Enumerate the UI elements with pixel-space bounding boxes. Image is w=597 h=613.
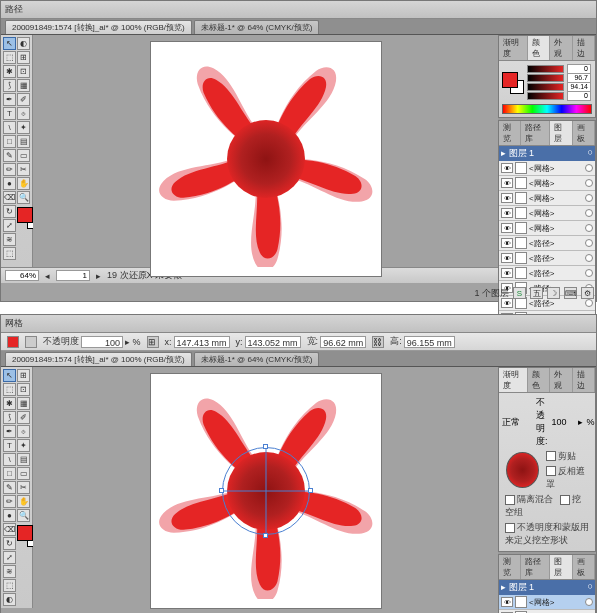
rectangle-tool[interactable]: □ xyxy=(3,135,16,148)
line-tool[interactable]: \ xyxy=(3,453,16,466)
fill-swatch[interactable] xyxy=(17,525,33,541)
y-slider[interactable]: 94.14 xyxy=(527,83,564,91)
target-icon[interactable] xyxy=(585,598,593,606)
blob-tool[interactable]: ● xyxy=(3,177,16,190)
panel-tab-layers[interactable]: 图层 xyxy=(550,555,572,579)
panel-tab-artboards[interactable]: 画板 xyxy=(573,555,595,579)
perspective-tool[interactable]: ⊞ xyxy=(17,369,30,382)
panel-tab-nav[interactable]: 测览 xyxy=(499,121,521,145)
eyedropper-tool[interactable]: ✐ xyxy=(17,93,30,106)
visibility-icon[interactable]: 👁 xyxy=(501,268,513,278)
visibility-icon[interactable]: 👁 xyxy=(501,163,513,173)
target-icon[interactable] xyxy=(585,194,593,202)
doc-tab-1[interactable]: 200091849:1574 [转换]_ai* @ 100% (RGB/预览) xyxy=(5,20,192,34)
ime-gear-icon[interactable]: ⚙ xyxy=(581,287,594,299)
blend-mode-select[interactable]: 正常 xyxy=(502,416,532,429)
panel-tab-artboards[interactable]: 画板 xyxy=(573,121,595,145)
slice-tool[interactable]: ✂ xyxy=(17,481,30,494)
w-value[interactable]: 96.62 mm xyxy=(320,336,366,348)
selection-tool[interactable]: ↖ xyxy=(3,37,16,50)
panel-tab-color[interactable]: 颜色 xyxy=(528,368,550,392)
invert-checkbox[interactable] xyxy=(546,466,556,476)
rectangle-tool[interactable]: □ xyxy=(3,467,16,480)
target-icon[interactable] xyxy=(585,164,593,172)
ime-five-icon[interactable]: 五 xyxy=(530,287,543,299)
gradient-tool[interactable]: ▦ xyxy=(17,397,30,410)
pencil-tool[interactable]: ✏ xyxy=(3,163,16,176)
brush-tool[interactable]: ✎ xyxy=(3,481,16,494)
target-icon[interactable] xyxy=(585,239,593,247)
hand-tool[interactable]: ✋ xyxy=(17,495,30,508)
opacity-value[interactable]: 100 xyxy=(81,336,123,348)
layer-row[interactable]: 👁<路径> xyxy=(499,251,595,266)
artboard-tool[interactable]: ▭ xyxy=(17,467,30,480)
clip-checkbox[interactable] xyxy=(546,451,556,461)
pencil-tool[interactable]: ✏ xyxy=(3,495,16,508)
mesh-tool[interactable]: ⊡ xyxy=(17,65,30,78)
direct-select-tool[interactable]: ⬚ xyxy=(3,51,16,64)
type-tool[interactable]: T xyxy=(3,439,16,452)
target-icon[interactable] xyxy=(585,224,593,232)
scale-tool[interactable]: ⤢ xyxy=(3,551,16,564)
visibility-icon[interactable]: 👁 xyxy=(501,178,513,188)
selection-handle[interactable] xyxy=(308,488,313,493)
rotate-tool[interactable]: ↻ xyxy=(3,205,16,218)
selection-handle[interactable] xyxy=(263,444,268,449)
layer-header[interactable]: ▸ 图层 1○ xyxy=(499,580,595,595)
h-value[interactable]: 96.155 mm xyxy=(404,336,455,348)
target-icon[interactable] xyxy=(585,179,593,187)
type-tool[interactable]: T xyxy=(3,107,16,120)
artboard[interactable] xyxy=(150,41,382,277)
pen-tool[interactable]: ✒ xyxy=(3,425,16,438)
y-value[interactable]: 143.052 mm xyxy=(245,336,301,348)
panel-tab-pathlib[interactable]: 路径库 xyxy=(521,555,550,579)
blend-tool[interactable]: ⟐ xyxy=(17,425,30,438)
lasso-tool[interactable]: ⟆ xyxy=(3,411,16,424)
layer-row[interactable]: 👁<网格> xyxy=(499,191,595,206)
m-slider[interactable]: 96.7 xyxy=(527,74,564,82)
panel-tab-transparency[interactable]: 渐明度 xyxy=(499,36,528,60)
zoom-tool[interactable]: 🔍 xyxy=(17,509,30,522)
panel-tab-appearance[interactable]: 外观 xyxy=(550,36,572,60)
page-field[interactable] xyxy=(56,270,90,281)
doc-tab-2[interactable]: 未标题-1* @ 64% (CMYK/预览) xyxy=(194,352,320,366)
magic-wand-tool[interactable]: ✱ xyxy=(3,65,16,78)
shape-builder-tool[interactable]: ◐ xyxy=(17,37,30,50)
visibility-icon[interactable]: 👁 xyxy=(501,253,513,263)
lasso-tool[interactable]: ⟆ xyxy=(3,79,16,92)
width-tool[interactable]: ≋ xyxy=(3,565,16,578)
free-transform-tool[interactable]: ⬚ xyxy=(3,579,16,592)
fill-swatch[interactable] xyxy=(17,207,33,223)
visibility-icon[interactable]: 👁 xyxy=(501,193,513,203)
layer-row[interactable]: 👁<路径> xyxy=(499,266,595,281)
zoom-tool[interactable]: 🔍 xyxy=(17,191,30,204)
layer-row[interactable]: 👁<网格> xyxy=(499,206,595,221)
visibility-icon[interactable]: 👁 xyxy=(501,238,513,248)
selection-handle[interactable] xyxy=(263,533,268,538)
canvas-area[interactable] xyxy=(33,35,498,267)
layer-row[interactable]: 👁<网格> xyxy=(499,595,595,610)
slice-tool[interactable]: ✂ xyxy=(17,163,30,176)
blob-tool[interactable]: ● xyxy=(3,509,16,522)
panel-tab-color[interactable]: 颜色 xyxy=(528,36,550,60)
visibility-icon[interactable]: 👁 xyxy=(501,597,513,607)
ime-moon-icon[interactable]: ☽ xyxy=(547,287,560,299)
symbol-tool[interactable]: ✦ xyxy=(17,121,30,134)
fill-icon[interactable] xyxy=(7,336,19,348)
link-icon[interactable]: ⛓ xyxy=(372,336,384,348)
layer-row[interactable]: 👁<网格> xyxy=(499,221,595,236)
k-slider[interactable]: 0 xyxy=(527,92,564,100)
perspective-tool[interactable]: ⊞ xyxy=(17,51,30,64)
x-value[interactable]: 147.413 mm xyxy=(174,336,230,348)
doc-tab-2[interactable]: 未标题-1* @ 64% (CMYK/预览) xyxy=(194,20,320,34)
direct-select-tool[interactable]: ⬚ xyxy=(3,383,16,396)
width-tool[interactable]: ≋ xyxy=(3,233,16,246)
layer-header[interactable]: ▸ 图层 1○ xyxy=(499,146,595,161)
ime-kbd-icon[interactable]: ⌨ xyxy=(564,287,577,299)
layer-row[interactable]: 👁<网格> xyxy=(499,176,595,191)
eyedropper-tool[interactable]: ✐ xyxy=(17,411,30,424)
symbol-tool[interactable]: ✦ xyxy=(17,439,30,452)
target-icon[interactable] xyxy=(585,269,593,277)
pen-tool[interactable]: ✒ xyxy=(3,93,16,106)
shape-builder-tool[interactable]: ◐ xyxy=(3,593,16,606)
